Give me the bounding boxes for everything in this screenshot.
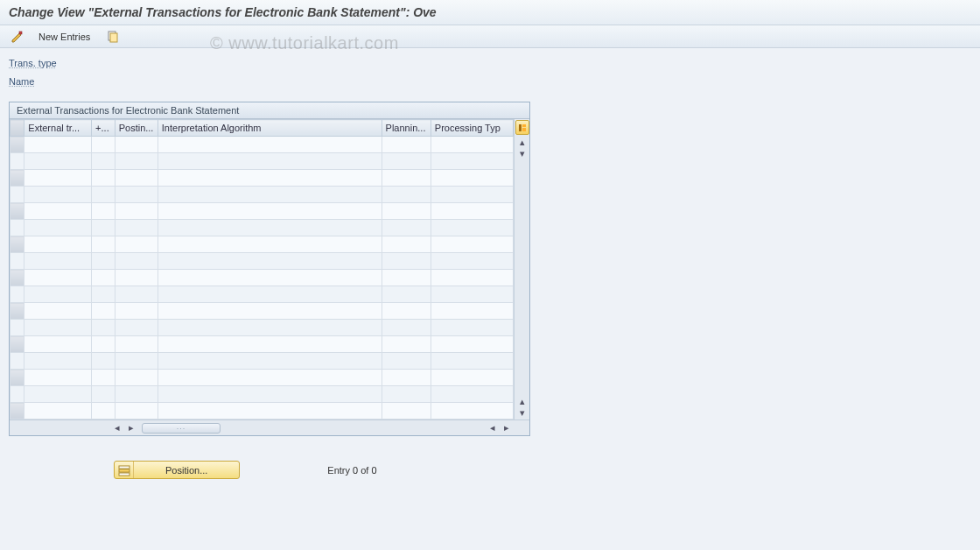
table-settings-icon[interactable] (515, 120, 529, 135)
table-cell[interactable] (382, 353, 430, 370)
table-cell[interactable] (382, 236, 430, 253)
scroll-down-arrow-icon[interactable]: ▾ (515, 146, 529, 160)
table-row[interactable] (10, 203, 514, 220)
table-row[interactable] (10, 270, 514, 286)
table-cell[interactable] (24, 336, 92, 353)
table-cell[interactable] (115, 236, 158, 253)
table-cell[interactable] (382, 270, 430, 286)
row-selector-cell[interactable] (10, 253, 24, 270)
position-button[interactable]: Position... (114, 461, 240, 479)
scroll-down-bottom-arrow-icon[interactable]: ▾ (515, 405, 529, 420)
table-cell[interactable] (92, 336, 116, 353)
table-cell[interactable] (92, 270, 116, 286)
table-cell[interactable] (158, 370, 382, 386)
table-row[interactable] (10, 286, 514, 303)
table-cell[interactable] (382, 336, 430, 353)
table-cell[interactable] (158, 220, 382, 236)
copy-as-button[interactable] (104, 28, 122, 46)
table-cell[interactable] (115, 153, 158, 170)
table-cell[interactable] (430, 170, 513, 187)
h-scroll-thumb[interactable]: ··· (142, 423, 220, 434)
col-processing-type[interactable]: Processing Typ (430, 120, 513, 137)
table-cell[interactable] (382, 137, 430, 153)
col-interpretation-algorithm[interactable]: Interpretation Algorithm (158, 120, 382, 137)
table-cell[interactable] (92, 170, 116, 187)
table-cell[interactable] (115, 270, 158, 286)
horizontal-scrollbar[interactable]: ◂ ▸ ··· ◂ ▸ (10, 420, 529, 435)
data-table[interactable]: External tr... +... Postin... Interpreta… (10, 119, 514, 420)
table-cell[interactable] (382, 386, 430, 403)
table-cell[interactable] (158, 303, 382, 320)
table-row[interactable] (10, 153, 514, 170)
table-cell[interactable] (24, 253, 92, 270)
table-cell[interactable] (430, 370, 513, 386)
col-sign[interactable]: +... (92, 120, 116, 137)
table-cell[interactable] (430, 153, 513, 170)
row-selector-cell[interactable] (10, 403, 24, 420)
table-cell[interactable] (158, 320, 382, 336)
table-cell[interactable] (430, 220, 513, 236)
table-cell[interactable] (382, 286, 430, 303)
table-cell[interactable] (24, 187, 92, 203)
table-cell[interactable] (24, 320, 92, 336)
table-cell[interactable] (92, 370, 116, 386)
table-cell[interactable] (382, 303, 430, 320)
table-cell[interactable] (158, 353, 382, 370)
table-cell[interactable] (382, 253, 430, 270)
table-cell[interactable] (92, 153, 116, 170)
row-selector-cell[interactable] (10, 203, 24, 220)
row-selector-cell[interactable] (10, 137, 24, 153)
table-cell[interactable] (115, 320, 158, 336)
row-selector-cell[interactable] (10, 270, 24, 286)
table-cell[interactable] (92, 286, 116, 303)
table-cell[interactable] (115, 286, 158, 303)
table-cell[interactable] (115, 220, 158, 236)
table-cell[interactable] (115, 253, 158, 270)
table-cell[interactable] (24, 153, 92, 170)
table-row[interactable] (10, 137, 514, 153)
table-cell[interactable] (430, 137, 513, 153)
table-cell[interactable] (92, 137, 116, 153)
row-selector-cell[interactable] (10, 187, 24, 203)
table-row[interactable] (10, 253, 514, 270)
table-row[interactable] (10, 303, 514, 320)
new-entries-button[interactable]: New Entries (35, 28, 95, 46)
table-cell[interactable] (24, 370, 92, 386)
table-cell[interactable] (382, 370, 430, 386)
table-cell[interactable] (92, 320, 116, 336)
table-cell[interactable] (158, 253, 382, 270)
select-all-header[interactable] (10, 120, 24, 137)
table-cell[interactable] (382, 170, 430, 187)
table-cell[interactable] (382, 220, 430, 236)
h-scroll-left-arrow-icon[interactable]: ◂ (110, 421, 124, 435)
table-cell[interactable] (24, 137, 92, 153)
table-cell[interactable] (430, 303, 513, 320)
table-cell[interactable] (158, 403, 382, 420)
table-cell[interactable] (158, 270, 382, 286)
detail-view-button[interactable] (9, 28, 26, 46)
table-cell[interactable] (115, 403, 158, 420)
table-cell[interactable] (92, 236, 116, 253)
table-cell[interactable] (92, 253, 116, 270)
table-cell[interactable] (430, 203, 513, 220)
table-cell[interactable] (92, 353, 116, 370)
table-cell[interactable] (92, 220, 116, 236)
table-cell[interactable] (24, 203, 92, 220)
table-cell[interactable] (158, 336, 382, 353)
row-selector-cell[interactable] (10, 353, 24, 370)
row-selector-cell[interactable] (10, 303, 24, 320)
h-scroll-left2-arrow-icon[interactable]: ◂ (486, 421, 500, 435)
table-cell[interactable] (24, 353, 92, 370)
h-scroll-right-arrow-icon[interactable]: ▸ (124, 421, 138, 435)
table-cell[interactable] (24, 270, 92, 286)
table-cell[interactable] (382, 320, 430, 336)
table-cell[interactable] (430, 386, 513, 403)
table-cell[interactable] (92, 187, 116, 203)
table-cell[interactable] (92, 203, 116, 220)
row-selector-cell[interactable] (10, 370, 24, 386)
col-posting[interactable]: Postin... (115, 120, 158, 137)
table-cell[interactable] (382, 187, 430, 203)
table-cell[interactable] (115, 303, 158, 320)
table-cell[interactable] (430, 253, 513, 270)
table-cell[interactable] (430, 187, 513, 203)
